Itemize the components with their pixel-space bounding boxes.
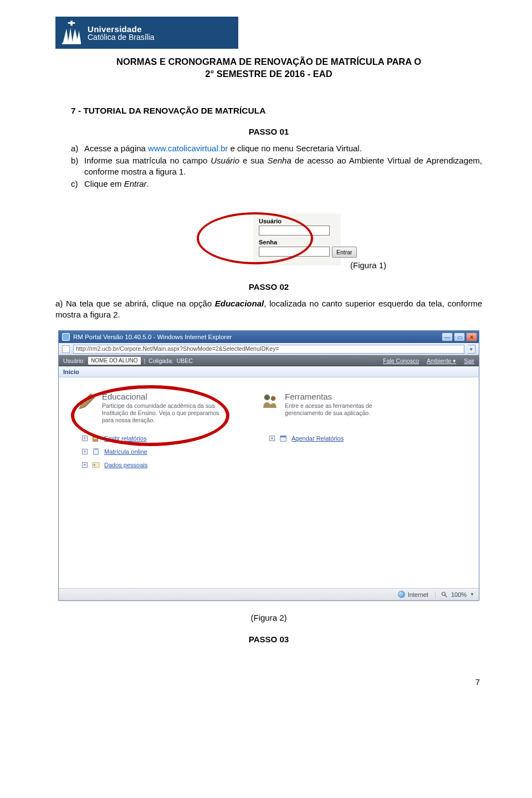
address-dropdown-button[interactable]: ▾ bbox=[468, 345, 475, 354]
login-user-label: Usuário bbox=[259, 218, 336, 224]
login-panel: Usuário Senha Entrar bbox=[253, 213, 341, 265]
catolicavirtual-link[interactable]: www.catolicavirtual.br bbox=[148, 144, 228, 153]
italic-usuario: Usuário bbox=[211, 156, 239, 165]
card-icon bbox=[92, 461, 100, 469]
figure-1-caption: (Figura 1) bbox=[350, 260, 386, 270]
section-7-heading: 7 - TUTORIAL DA RENOVAÇÃO DE MATRÍCULA bbox=[71, 106, 482, 116]
passo-02-label: PASSO 02 bbox=[55, 282, 482, 291]
text-fragment: Clique em bbox=[84, 179, 124, 188]
expand-icon[interactable]: + bbox=[269, 436, 275, 441]
status-zone: Internet bbox=[398, 591, 428, 598]
zoom-value: 100% bbox=[451, 591, 467, 598]
educacional-sublinks: + Emitir relatórios + Matrícula online + bbox=[82, 432, 232, 472]
svg-rect-6 bbox=[94, 437, 97, 437]
clipboard-icon bbox=[92, 448, 100, 456]
text-fragment: . bbox=[147, 179, 149, 188]
portal-userbar: Usuário: NOME DO ALUNO | Coligada: UBEC … bbox=[59, 355, 479, 366]
link-dados-pessoais[interactable]: + Dados pessoais bbox=[82, 458, 232, 472]
institution-name-line2: Católica de Brasília bbox=[88, 33, 155, 42]
tile-ferramentas-title: Ferramentas bbox=[285, 392, 410, 401]
magnifier-icon bbox=[441, 591, 448, 598]
link-label: Matrícula online bbox=[104, 448, 147, 455]
tile-educacional-title: Educacional bbox=[102, 392, 227, 401]
tile-educacional-desc: Participe da comunidade acadêmica da sua… bbox=[102, 402, 227, 424]
text-fragment: a) Na tela que se abrirá, clique na opçã… bbox=[55, 299, 215, 308]
svg-point-4 bbox=[271, 396, 276, 401]
page-number: 7 bbox=[55, 677, 482, 687]
svg-point-14 bbox=[442, 592, 445, 595]
ie-window-title: RM Portal Versão 10.40.5.0 - Windows Int… bbox=[73, 334, 232, 340]
text-fragment: Acesse a página bbox=[84, 144, 148, 153]
link-label: Emitir relatórios bbox=[104, 435, 146, 442]
svg-rect-1 bbox=[68, 22, 75, 24]
portal-menubar: Início bbox=[59, 366, 479, 377]
login-pass-input[interactable] bbox=[259, 247, 330, 257]
bolditalic-educacional: Educacional bbox=[215, 299, 264, 308]
menu-inicio[interactable]: Início bbox=[63, 369, 79, 375]
document-title-line2: 2° SEMESTRE DE 2016 - EAD bbox=[55, 68, 482, 80]
close-button[interactable]: ✕ bbox=[466, 332, 477, 341]
link-ambiente[interactable]: Ambiente ▾ bbox=[427, 357, 456, 364]
window-controls: — ▭ ✕ bbox=[442, 332, 477, 341]
globe-icon bbox=[398, 591, 405, 598]
pencil-icon bbox=[78, 392, 96, 411]
link-fale-conosco[interactable]: Fale Conosco bbox=[383, 357, 419, 364]
login-entrar-button[interactable]: Entrar bbox=[332, 247, 357, 258]
marker-a: a) bbox=[71, 143, 84, 154]
zoom-control[interactable]: 100% ▼ bbox=[435, 591, 474, 598]
institution-header: Universidade Católica de Brasília bbox=[55, 17, 238, 49]
italic-senha: Senha bbox=[267, 156, 291, 165]
people-icon bbox=[260, 392, 279, 411]
passo-01-label: PASSO 01 bbox=[55, 127, 482, 136]
instruction-b: b) Informe sua matrícula no campo Usuári… bbox=[71, 155, 482, 178]
ie-address-input[interactable]: http://rm2.ucb.br/Corpore.Net/Main.aspx?… bbox=[73, 345, 464, 354]
userbar-coligada-label: Coligada: bbox=[149, 357, 173, 364]
link-sair[interactable]: Sair bbox=[464, 357, 474, 364]
userbar-usuario-label: Usuário: bbox=[63, 357, 85, 364]
minimize-button[interactable]: — bbox=[442, 332, 453, 341]
link-emitir-relatorios[interactable]: + Emitir relatórios bbox=[82, 432, 232, 445]
link-matricula-online[interactable]: + Matrícula online bbox=[82, 445, 232, 458]
ie-titlebar: RM Portal Versão 10.40.5.0 - Windows Int… bbox=[59, 331, 479, 343]
text-fragment: e clique no menu Secretaria Virtual. bbox=[228, 144, 362, 153]
svg-point-11 bbox=[94, 464, 96, 467]
document-title-line1: NORMAS E CRONOGRAMA DE RENOVAÇÃO DE MATR… bbox=[55, 55, 482, 68]
instruction-c: c) Clique em Entrar. bbox=[71, 178, 482, 190]
instruction-a-text: Acesse a página www.catolicavirtual.br e… bbox=[84, 143, 482, 154]
document-title: NORMAS E CRONOGRAMA DE RENOVAÇÃO DE MATR… bbox=[55, 55, 482, 80]
passo02-instruction: a) Na tela que se abrirá, clique na opçã… bbox=[55, 298, 482, 321]
expand-icon[interactable]: + bbox=[82, 436, 88, 441]
marker-c: c) bbox=[71, 178, 84, 190]
svg-rect-13 bbox=[280, 436, 287, 438]
tile-ferramentas[interactable]: Ferramentas Entre e acesse as ferramenta… bbox=[260, 392, 410, 424]
text-fragment: e sua bbox=[239, 156, 267, 165]
instruction-list: a) Acesse a página www.catolicavirtual.b… bbox=[71, 143, 482, 190]
ie-window: RM Portal Versão 10.40.5.0 - Windows Int… bbox=[58, 330, 479, 601]
tile-educacional[interactable]: Educacional Participe da comunidade acad… bbox=[78, 392, 227, 424]
status-internet-label: Internet bbox=[408, 591, 428, 598]
italic-entrar: Entrar bbox=[124, 179, 147, 188]
report-icon bbox=[92, 434, 100, 442]
login-pass-label: Senha bbox=[259, 239, 330, 245]
expand-icon[interactable]: + bbox=[82, 462, 88, 468]
link-label: Agendar Relatórios bbox=[291, 435, 344, 442]
passo-03-label: PASSO 03 bbox=[55, 635, 482, 644]
ucb-logo-icon bbox=[61, 21, 82, 45]
link-agendar-relatorios[interactable]: + Agendar Relatórios bbox=[269, 432, 419, 445]
institution-name: Universidade Católica de Brasília bbox=[88, 24, 155, 42]
marker-b: b) bbox=[71, 155, 84, 178]
link-label: Dados pessoais bbox=[104, 462, 147, 468]
userbar-usuario-value: NOME DO ALUNO bbox=[88, 357, 140, 365]
expand-icon[interactable]: + bbox=[82, 449, 88, 454]
maximize-button[interactable]: ▭ bbox=[454, 332, 465, 341]
page-favicon-icon bbox=[62, 345, 70, 353]
login-user-input[interactable] bbox=[259, 226, 330, 236]
userbar-coligada-value: UBEC bbox=[177, 357, 193, 364]
ie-favicon-icon bbox=[62, 333, 70, 341]
ie-status-bar: Internet 100% ▼ bbox=[59, 588, 479, 600]
svg-line-15 bbox=[445, 595, 447, 597]
figure-1: Usuário Senha Entrar (Figura 1) bbox=[197, 209, 341, 275]
ie-address-bar: http://rm2.ucb.br/Corpore.Net/Main.aspx?… bbox=[59, 343, 479, 355]
text-fragment: Informe sua matrícula no campo bbox=[84, 156, 211, 165]
svg-rect-9 bbox=[94, 448, 97, 450]
